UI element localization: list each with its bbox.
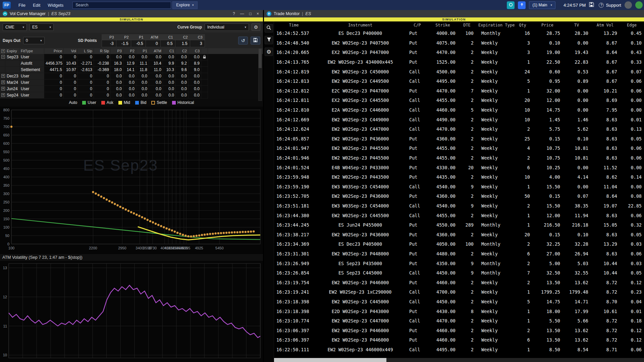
value-cell[interactable]: 0.0 [176, 73, 189, 79]
value-cell[interactable]: 0 [78, 54, 94, 60]
expand-icon[interactable]: + [0, 79, 5, 86]
value-cell[interactable]: 0.0 [189, 79, 201, 86]
column-header[interactable]: DTE [458, 23, 476, 27]
fit-table-row[interactable]: +Jun24User00000.00.00.00.00.00.00.0 [0, 86, 263, 92]
sd-point-value[interactable]: 1.5 [175, 40, 190, 47]
vol-curve-titlebar[interactable]: Vol Curve Manager | ES Sep23 ? — □ × [0, 10, 263, 17]
value-cell[interactable]: 0.0 [111, 79, 123, 86]
column-header[interactable]: Expiry [5, 48, 19, 54]
value-cell[interactable]: 0 [94, 92, 111, 99]
column-header[interactable]: Expiration Type [476, 23, 513, 27]
trade-row[interactable]: 16:23:18.398EW2 W02Sep-23 C445000Call445… [274, 297, 644, 307]
value-cell[interactable]: 0 [64, 54, 78, 60]
fittype-cell[interactable]: User [19, 86, 44, 92]
product-select[interactable]: ES▾ [30, 23, 54, 31]
value-cell[interactable]: 0.0 [123, 73, 136, 79]
app-logo[interactable]: FP [3, 2, 11, 9]
value-cell[interactable]: -2.613 [78, 67, 94, 73]
vol-chart[interactable]: ES Sep23 0501001502002503003504004505005… [0, 107, 263, 254]
value-cell[interactable]: 0 [78, 79, 94, 86]
settings-button[interactable]: ⚙ [265, 48, 273, 56]
trade-row[interactable]: 16:24:12.812E2C W02Sep-23 P447000Put4470… [274, 86, 644, 96]
value-cell[interactable]: 0.0 [123, 54, 136, 60]
value-cell[interactable]: 11.0 [149, 67, 163, 73]
workspace-select[interactable]: (1) Main ▾ [529, 1, 555, 9]
value-cell[interactable]: 0.0 [123, 92, 136, 99]
trade-row[interactable]: 16:24:01.524E4B W04Sep-23 P433000Put4330… [274, 163, 644, 172]
value-cell[interactable]: 0.0 [149, 73, 163, 79]
fittype-cell[interactable]: User [19, 79, 44, 86]
status-dot-green[interactable] [635, 1, 643, 9]
value-cell[interactable]: 0.0 [111, 54, 123, 60]
trade-row[interactable]: 16:24:52.537ES Dec23 P400000Put4000.0010… [274, 28, 644, 38]
trade-row[interactable]: 16:24:13.765EW2 W02Sep-23 434000x445Put1… [274, 57, 644, 67]
value-cell[interactable]: 0 [64, 79, 78, 86]
value-cell[interactable]: 4471.5 [44, 67, 64, 73]
value-cell[interactable]: 0.0 [163, 92, 176, 99]
column-header[interactable]: L Slp [78, 48, 94, 54]
filter-button[interactable] [265, 36, 273, 44]
trade-row[interactable]: 16:24:20.665EX2 W02Sep-23 P447000Put4470… [274, 48, 644, 57]
workspace-icon-button[interactable] [507, 1, 515, 9]
fit-table-row[interactable]: +Dec23User00000.00.00.00.00.00.00.0 [0, 73, 263, 79]
column-header[interactable]: Edge [620, 23, 644, 27]
value-cell[interactable]: 0.0 [123, 79, 136, 86]
trade-row[interactable]: 16:24:12.811EX2 W02Sep-23 C445500Call445… [274, 96, 644, 105]
column-header[interactable]: C2 [176, 48, 189, 54]
value-cell[interactable]: 0.0 [136, 86, 149, 92]
trade-row[interactable]: 16:23:52.705EW2 W02Sep-23 P436000Put4360… [274, 191, 644, 201]
value-cell[interactable]: 16.3 [111, 60, 123, 67]
column-header[interactable]: P2 [123, 48, 136, 54]
save-curve-button[interactable] [251, 37, 260, 45]
value-cell[interactable]: 10.4 [149, 60, 163, 67]
value-cell[interactable]: 9.0 [189, 67, 201, 73]
fittype-cell[interactable]: User [19, 92, 44, 99]
value-cell[interactable]: 0 [44, 73, 64, 79]
value-cell[interactable]: 0.0 [136, 79, 149, 86]
column-header[interactable]: Price [44, 48, 64, 54]
trade-monitor-titlebar[interactable]: Trade Monitor | ES [264, 10, 644, 17]
value-cell[interactable]: 0.0 [149, 92, 163, 99]
fit-table-row[interactable]: Autofit4456.37510.43-2.271-0.23816.312.9… [0, 60, 263, 67]
trade-row[interactable]: 16:23:06.397EW2 W02Sep-23 P446000Put4460… [274, 335, 644, 345]
value-cell[interactable]: 0.0 [111, 86, 123, 92]
value-cell[interactable]: 0.0 [176, 86, 189, 92]
expand-all-icon[interactable]: + [0, 48, 5, 54]
trade-row[interactable]: 16:23:59.190EW3 W03Sep-23 C454000Call454… [274, 182, 644, 192]
value-cell[interactable]: 0.0 [189, 73, 201, 79]
save-icon[interactable] [589, 2, 594, 8]
fit-table-row[interactable]: Settlement4471.510.97-2.613-0.36918.014.… [0, 67, 263, 73]
value-cell[interactable]: 0.0 [149, 54, 163, 60]
value-cell[interactable]: 12.9 [123, 60, 136, 67]
value-cell[interactable]: 0 [94, 54, 111, 60]
value-cell[interactable]: 0 [44, 79, 64, 86]
collapse-icon[interactable]: − [0, 54, 5, 60]
value-cell[interactable]: 0 [78, 86, 94, 92]
upload-icon-button[interactable] [518, 1, 526, 9]
trade-row[interactable]: 16:23:19.754EW2 W02Sep-23 P446000Put4460… [274, 278, 644, 287]
trade-row[interactable]: 16:23:18.398E2D W02Sep-23 P443000Put4430… [274, 306, 644, 316]
value-cell[interactable]: -0.369 [94, 67, 111, 73]
search-input[interactable] [72, 2, 171, 9]
trade-row[interactable]: 16:24:01.947EW2 W02Sep-23 P445500Put4455… [274, 143, 644, 153]
value-cell[interactable]: 0 [64, 86, 78, 92]
value-cell[interactable]: 0.0 [189, 54, 201, 60]
help-icon[interactable]: ? [233, 11, 235, 16]
sd-point-value[interactable]: -1.5 [116, 40, 131, 47]
trade-row[interactable]: 16:23:59.948EW2 W02Sep-23 P443500Put4435… [274, 172, 644, 182]
value-cell[interactable]: 14.1 [123, 67, 136, 73]
reset-button[interactable]: ↺ [238, 37, 248, 45]
sd-point-value[interactable]: 0.5 [161, 40, 175, 47]
trade-row[interactable]: 16:24:12.813EW2 W02Sep-23 C449500Call449… [274, 76, 644, 86]
value-cell[interactable]: 0 [44, 86, 64, 92]
value-cell[interactable]: 0.0 [136, 92, 149, 99]
legend-item-mid[interactable]: Mid [118, 100, 130, 105]
exchange-select[interactable]: CME▾ [3, 23, 27, 31]
value-cell[interactable]: 0.0 [189, 86, 201, 92]
support-button[interactable]: ? Support [599, 3, 621, 8]
value-cell[interactable]: -2.271 [78, 60, 94, 67]
trade-row[interactable]: 16:23:26.854ES Sep23 C445000Call4450.009… [274, 268, 644, 278]
trade-row[interactable]: 16:24:12.669EW2 W02Sep-23 C449000Call449… [274, 115, 644, 124]
status-dot-gray[interactable] [625, 1, 632, 9]
column-header[interactable]: Strike [428, 23, 458, 27]
